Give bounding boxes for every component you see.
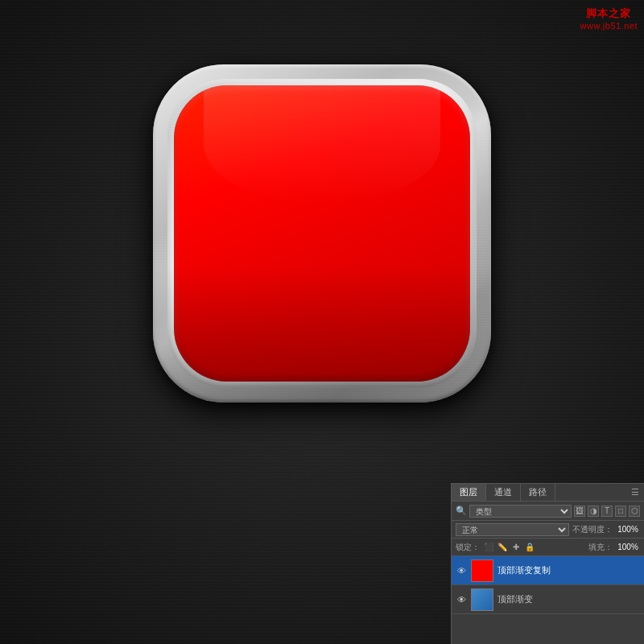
filter-icon-adjust[interactable]: ◑ (588, 506, 599, 517)
tab-layers[interactable]: 图层 (452, 484, 486, 501)
filter-icon-shape[interactable]: □ (615, 506, 626, 517)
layer-row[interactable]: 👁 顶部渐变 (452, 585, 644, 614)
main-canvas: 脚本之家 www.jb51.net 图层 通道 路径 ☰ 🔍 类型 🖼 ◑ (0, 0, 644, 644)
lock-label: 锁定： (456, 542, 480, 553)
lock-all-icon[interactable]: 🔒 (524, 542, 535, 553)
panel-tabs: 图层 通道 路径 ☰ (452, 484, 644, 502)
filter-icon-image[interactable]: 🖼 (574, 506, 585, 517)
lock-pixels-icon[interactable]: ⬛ (483, 542, 494, 553)
layers-list: 👁 顶部渐变复制 👁 顶部渐变 (452, 556, 644, 614)
opacity-value: 100% (616, 525, 640, 534)
lock-position-icon[interactable]: ✏️ (497, 542, 508, 553)
type-filter-select[interactable]: 类型 (469, 505, 572, 518)
app-icon-wrapper (153, 64, 491, 402)
tab-channels[interactable]: 通道 (486, 484, 521, 501)
filter-icon-smart[interactable]: ⬡ (629, 506, 640, 517)
layer-thumbnail (471, 559, 493, 582)
photoshop-layers-panel: 图层 通道 路径 ☰ 🔍 类型 🖼 ◑ T □ ⬡ 正常 不透明度： (451, 483, 644, 644)
filter-icon-group: 🖼 ◑ T □ ⬡ (574, 506, 640, 517)
layer-row[interactable]: 👁 顶部渐变复制 (452, 556, 644, 585)
watermark-line2: www.jb51.net (580, 21, 638, 31)
blend-mode-row: 正常 不透明度： 100% (452, 521, 644, 539)
fill-value: 100% (616, 543, 640, 551)
panel-menu-icon[interactable]: ☰ (631, 487, 639, 497)
lock-icons-group: ⬛ ✏️ ✚ 🔒 (483, 542, 535, 553)
layer-visibility-icon[interactable]: 👁 (456, 594, 467, 605)
layer-thumbnail (471, 588, 493, 611)
layer-thumb-content-red (472, 560, 493, 581)
icon-outer-frame (153, 64, 491, 402)
tab-paths[interactable]: 路径 (521, 484, 555, 501)
fill-label: 填充： (588, 542, 613, 553)
filter-row: 🔍 类型 🖼 ◑ T □ ⬡ (452, 502, 644, 521)
watermark: 脚本之家 www.jb51.net (580, 6, 638, 31)
icon-red-content (174, 85, 470, 382)
lock-row: 锁定： ⬛ ✏️ ✚ 🔒 填充： 100% (452, 539, 644, 556)
layer-name: 顶部渐变 (497, 593, 640, 605)
filter-icon-text[interactable]: T (601, 506, 613, 517)
search-icon: 🔍 (456, 506, 467, 516)
layer-thumb-content-blue (472, 589, 493, 610)
watermark-line1: 脚本之家 (580, 6, 638, 21)
blend-mode-select[interactable]: 正常 (456, 523, 569, 536)
layer-name: 顶部渐变复制 (497, 564, 640, 576)
icon-inner-ring (167, 79, 477, 388)
opacity-label: 不透明度： (572, 524, 613, 535)
layer-visibility-icon[interactable]: 👁 (456, 565, 467, 576)
lock-move-icon[interactable]: ✚ (510, 542, 522, 553)
